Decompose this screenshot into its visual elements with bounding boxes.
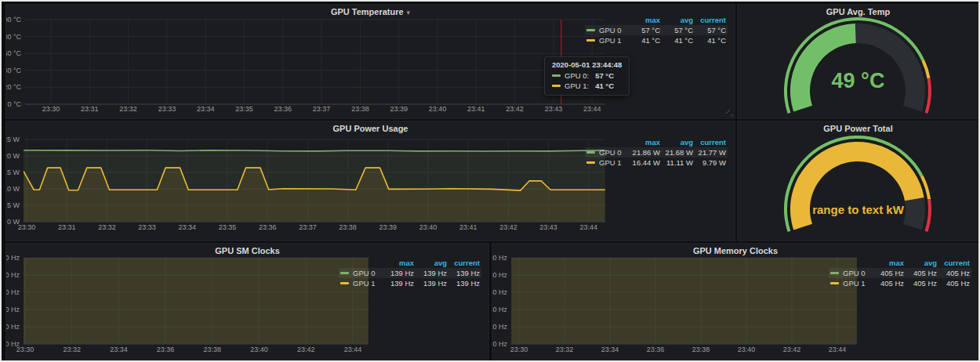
legend-row-gpu1: GPU 1 16.44 W 11.11 W 9.79 W bbox=[585, 157, 728, 168]
legend-series-gpu0[interactable]: GPU 0 bbox=[586, 26, 627, 34]
svg-text:23:44: 23:44 bbox=[829, 346, 847, 353]
panel-title-gpu-power-total[interactable]: GPU Power Total bbox=[738, 121, 978, 135]
series-swatch-green bbox=[586, 151, 595, 154]
svg-text:0 Hz: 0 Hz bbox=[492, 340, 507, 348]
legend-col-avg[interactable]: avg bbox=[414, 259, 447, 267]
svg-text:40 °C: 40 °C bbox=[6, 67, 21, 74]
legend-value: 41 °C bbox=[693, 36, 726, 45]
panel-title-gpu-power-usage[interactable]: GPU Power Usage bbox=[6, 121, 735, 135]
legend-series-gpu1[interactable]: GPU 1 bbox=[830, 279, 871, 288]
legend-col-avg[interactable]: avg bbox=[904, 259, 937, 267]
legend-series-gpu0[interactable]: GPU 0 bbox=[586, 148, 627, 157]
svg-text:5 W: 5 W bbox=[7, 201, 20, 209]
legend-gpu-sm-clocks: max avg current GPU 0 139 Hz 139 Hz 139 … bbox=[339, 258, 481, 288]
legend-value: 405 Hz bbox=[871, 279, 904, 288]
series-swatch-yellow bbox=[552, 85, 561, 87]
chevron-down-icon: ▾ bbox=[407, 9, 411, 16]
svg-text:23:43: 23:43 bbox=[545, 105, 563, 113]
svg-text:23:36: 23:36 bbox=[274, 105, 292, 113]
legend-value: 21.77 W bbox=[693, 148, 726, 157]
panel-gpu-sm-clocks: GPU SM Clocks 100 Hz80 Hz60 Hz40 Hz20 Hz… bbox=[6, 244, 488, 360]
legend-gpu-temperature: max avg current GPU 0 57 °C 57 °C 57 °C … bbox=[585, 15, 728, 45]
legend-row-gpu1: GPU 1 41 °C 41 °C 41 °C bbox=[585, 35, 728, 45]
svg-text:20 Hz: 20 Hz bbox=[492, 323, 507, 331]
svg-text:23:31: 23:31 bbox=[58, 223, 76, 231]
legend-value: 21.86 W bbox=[627, 148, 660, 157]
svg-text:60 Hz: 60 Hz bbox=[492, 288, 507, 296]
legend-value: 405 Hz bbox=[871, 269, 904, 277]
svg-text:23:36: 23:36 bbox=[259, 223, 277, 231]
svg-text:80 °C: 80 °C bbox=[6, 33, 21, 41]
legend-value: 139 Hz bbox=[381, 269, 414, 277]
legend-col-max[interactable]: max bbox=[381, 259, 414, 267]
svg-text:23:37: 23:37 bbox=[313, 105, 331, 113]
svg-text:23:34: 23:34 bbox=[197, 105, 215, 113]
svg-text:23:38: 23:38 bbox=[351, 105, 369, 113]
series-swatch-green bbox=[830, 272, 839, 274]
legend-col-current[interactable]: current bbox=[447, 259, 480, 267]
legend-series-gpu1[interactable]: GPU 1 bbox=[586, 158, 627, 167]
panel-resize-handle[interactable] bbox=[726, 110, 733, 117]
svg-text:23:36: 23:36 bbox=[647, 346, 665, 353]
panel-title-gpu-temperature[interactable]: GPU Temperature▾ bbox=[6, 5, 735, 18]
svg-text:20 °C: 20 °C bbox=[6, 83, 21, 91]
legend-series-gpu1[interactable]: GPU 1 bbox=[340, 279, 381, 288]
panel-gpu-temperature: GPU Temperature▾ 100 °C80 °C60 °C40 °C20… bbox=[6, 5, 735, 118]
legend-header-row: max avg current bbox=[339, 258, 481, 268]
series-swatch-yellow bbox=[586, 39, 595, 42]
svg-text:23:33: 23:33 bbox=[158, 105, 176, 113]
svg-text:23:44: 23:44 bbox=[580, 223, 598, 231]
tooltip-row-gpu1: GPU 1:41 °C bbox=[552, 81, 622, 91]
svg-text:23:33: 23:33 bbox=[138, 223, 156, 231]
svg-text:23:42: 23:42 bbox=[499, 223, 517, 231]
legend-series-gpu0[interactable]: GPU 0 bbox=[830, 269, 871, 277]
svg-text:23:44: 23:44 bbox=[344, 346, 362, 353]
svg-text:23:42: 23:42 bbox=[783, 346, 801, 353]
legend-gpu-memory-clocks: max avg current GPU 0 405 Hz 405 Hz 405 … bbox=[829, 258, 971, 288]
svg-text:23:42: 23:42 bbox=[297, 346, 315, 353]
panel-title-gpu-sm-clocks[interactable]: GPU SM Clocks bbox=[6, 244, 488, 257]
legend-col-max[interactable]: max bbox=[871, 259, 904, 267]
svg-text:23:37: 23:37 bbox=[299, 223, 317, 231]
legend-value: 21.68 W bbox=[660, 148, 693, 157]
legend-col-current[interactable]: current bbox=[693, 138, 726, 147]
legend-value: 57 °C bbox=[693, 26, 726, 34]
svg-text:23:40: 23:40 bbox=[429, 105, 447, 113]
svg-text:23:34: 23:34 bbox=[179, 223, 197, 231]
svg-text:23:36: 23:36 bbox=[157, 346, 175, 353]
legend-value: 139 Hz bbox=[381, 279, 414, 288]
tooltip-timestamp: 2020-05-01 23:44:48 bbox=[552, 60, 622, 69]
series-swatch-green bbox=[552, 74, 561, 77]
panel-gpu-avg-temp: GPU Avg. Temp 49 °C bbox=[738, 5, 978, 118]
legend-row-gpu0: GPU 0 405 Hz 405 Hz 405 Hz bbox=[829, 268, 971, 278]
svg-text:25 W: 25 W bbox=[6, 136, 20, 143]
tooltip-row-gpu0: GPU 0:57 °C bbox=[552, 71, 622, 81]
legend-col-current[interactable]: current bbox=[937, 259, 970, 267]
panel-title-gpu-memory-clocks[interactable]: GPU Memory Clocks bbox=[492, 244, 978, 257]
svg-text:23:32: 23:32 bbox=[119, 105, 137, 113]
svg-text:23:39: 23:39 bbox=[390, 105, 408, 113]
svg-text:23:44: 23:44 bbox=[583, 105, 601, 113]
power-total-gauge bbox=[738, 121, 978, 241]
legend-series-gpu0[interactable]: GPU 0 bbox=[340, 269, 381, 277]
svg-text:23:30: 23:30 bbox=[18, 223, 36, 231]
series-swatch-green bbox=[586, 29, 595, 31]
legend-value: 139 Hz bbox=[447, 269, 480, 277]
panel-title-gpu-avg-temp[interactable]: GPU Avg. Temp bbox=[738, 5, 978, 18]
legend-row-gpu0: GPU 0 21.86 W 21.68 W 21.77 W bbox=[585, 147, 728, 157]
legend-value: 405 Hz bbox=[904, 269, 937, 277]
panel-gpu-power-usage: GPU Power Usage 25 W20 W15 W10 W5 W0 W23… bbox=[6, 121, 735, 241]
svg-text:23:32: 23:32 bbox=[98, 223, 116, 231]
legend-series-gpu1[interactable]: GPU 1 bbox=[586, 36, 627, 45]
svg-text:40 Hz: 40 Hz bbox=[6, 306, 20, 313]
svg-text:23:38: 23:38 bbox=[339, 223, 357, 231]
legend-row-gpu1: GPU 1 405 Hz 405 Hz 405 Hz bbox=[829, 278, 971, 288]
panel-gpu-memory-clocks: GPU Memory Clocks 100 Hz80 Hz60 Hz40 Hz2… bbox=[492, 244, 978, 360]
legend-header-row: max avg current bbox=[585, 137, 728, 147]
legend-col-avg[interactable]: avg bbox=[660, 138, 693, 147]
legend-col-max[interactable]: max bbox=[627, 138, 660, 147]
legend-row-gpu0: GPU 0 139 Hz 139 Hz 139 Hz bbox=[339, 268, 481, 278]
gauge-value-text: range to text kW bbox=[738, 203, 978, 216]
legend-value: 139 Hz bbox=[414, 269, 447, 277]
legend-value: 11.11 W bbox=[660, 158, 693, 167]
